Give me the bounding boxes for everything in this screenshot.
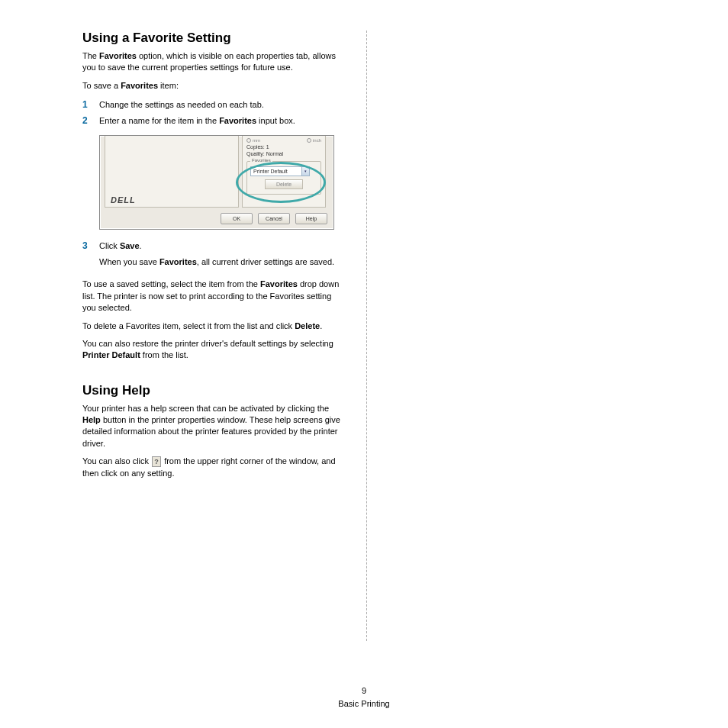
- text: .: [140, 241, 142, 250]
- radio-inch[interactable]: inch: [307, 138, 321, 143]
- text: To delete a Favorites item, select it fr…: [82, 321, 295, 330]
- text: When you save: [99, 257, 159, 266]
- favorites-group: Favorites Printer Default ▾ Delete: [246, 161, 321, 195]
- column-right-empty: [366, 31, 646, 641]
- intro-paragraph: The Favorites option, which is visible o…: [82, 50, 345, 74]
- dialog-screenshot: DELL mm inch Copies: 1 Quality: Normal F…: [99, 135, 334, 230]
- dell-logo: DELL: [111, 195, 136, 205]
- text: input box.: [256, 116, 295, 125]
- restore-paragraph: You can also restore the printer driver'…: [82, 338, 345, 362]
- to-save-paragraph: To save a Favorites item:: [82, 80, 345, 92]
- footer-title: Basic Printing: [0, 697, 728, 710]
- text: To use a saved setting, select the item …: [82, 279, 260, 288]
- text: Click: [99, 241, 120, 250]
- help-paragraph-2: You can also click ? from the upper righ…: [82, 456, 345, 479]
- text: .: [320, 321, 322, 330]
- favorites-dropdown[interactable]: Printer Default ▾: [250, 166, 310, 176]
- step-text: Change the settings as needed on each ta…: [99, 98, 345, 112]
- help-paragraph-1: Your printer has a help screen that can …: [82, 403, 345, 450]
- step-number: 2: [82, 114, 99, 128]
- help-button[interactable]: Help: [295, 213, 327, 224]
- page-number: 9: [0, 685, 728, 697]
- heading-favorite-setting: Using a Favorite Setting: [82, 31, 345, 46]
- use-saved-paragraph: To use a saved setting, select the item …: [82, 279, 345, 314]
- favorites-bold: Favorites: [121, 81, 158, 90]
- step-2: 2 Enter a name for the item in the Favor…: [82, 114, 345, 128]
- question-icon: ?: [152, 456, 161, 467]
- dropdown-value: Printer Default: [253, 169, 288, 174]
- help-bold: Help: [82, 415, 101, 424]
- step-text: Click Save. When you save Favorites, all…: [99, 240, 345, 273]
- delete-bold: Delete: [295, 321, 320, 330]
- text: button in the printer properties window.…: [82, 415, 340, 448]
- step-1: 1 Change the settings as needed on each …: [82, 98, 345, 112]
- favorites-legend: Favorites: [250, 158, 272, 163]
- printer-default-bold: Printer Default: [82, 350, 140, 359]
- cancel-button[interactable]: Cancel: [258, 213, 290, 224]
- radio-label: mm: [253, 138, 260, 143]
- text: The: [82, 51, 99, 60]
- dialog-side-panel: mm inch Copies: 1 Quality: Normal Favori…: [242, 136, 326, 208]
- favorites-bold: Favorites: [99, 51, 137, 60]
- text: , all current driver settings are saved.: [197, 257, 334, 266]
- ok-button[interactable]: OK: [221, 213, 253, 224]
- text: from the list.: [140, 350, 188, 359]
- heading-using-help: Using Help: [82, 383, 345, 398]
- favorites-bold: Favorites: [260, 279, 298, 288]
- copies-label: Copies: 1: [246, 144, 321, 150]
- text: Enter a name for the item in the: [99, 116, 219, 125]
- radio-label: inch: [313, 138, 321, 143]
- text: item:: [158, 81, 179, 90]
- chevron-down-icon: ▾: [301, 167, 309, 176]
- quality-label: Quality: Normal: [246, 151, 321, 156]
- radio-mm[interactable]: mm: [246, 138, 260, 143]
- text: You can also restore the printer driver'…: [82, 339, 333, 348]
- text: You can also click: [82, 456, 151, 465]
- favorites-bold: Favorites: [159, 257, 197, 266]
- save-bold: Save: [120, 241, 140, 250]
- step-text: Enter a name for the item in the Favorit…: [99, 114, 345, 128]
- step-number: 1: [82, 98, 99, 112]
- page-footer: 9 Basic Printing: [0, 685, 728, 710]
- text: Your printer has a help screen that can …: [82, 404, 329, 413]
- delete-paragraph: To delete a Favorites item, select it fr…: [82, 321, 345, 332]
- text: To save a: [82, 81, 121, 90]
- favorites-bold: Favorites: [219, 116, 256, 125]
- step-number: 3: [82, 239, 99, 253]
- step-3: 3 Click Save. When you save Favorites, a…: [82, 239, 345, 273]
- delete-button[interactable]: Delete: [265, 179, 303, 189]
